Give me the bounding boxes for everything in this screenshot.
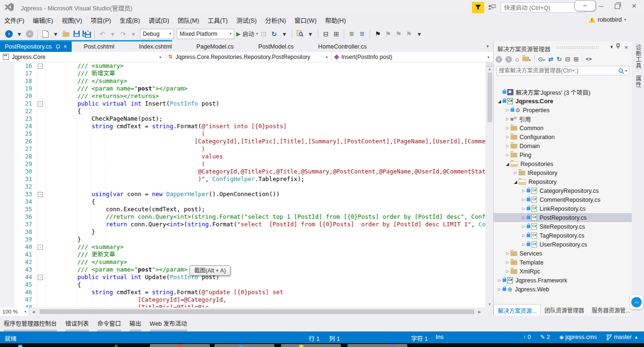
refresh-button[interactable]: ↻	[557, 56, 562, 63]
collapsed-arrow-icon[interactable]: ▷	[504, 117, 511, 121]
properties-copy-button[interactable]: ⊞	[574, 56, 579, 63]
project-dropdown[interactable]: Jqpress.Core	[0, 52, 165, 62]
collapsed-arrow-icon[interactable]: ▷	[520, 189, 527, 193]
scroll-left-arrow[interactable]: ◀	[32, 310, 35, 314]
menu-item-10[interactable]: 窗口(W)	[290, 16, 321, 25]
tree-item-引用[interactable]: ▷引用	[494, 115, 632, 124]
redo-button[interactable]: ↷	[118, 28, 128, 40]
tab-diagnostic-tools[interactable]: 诊断工具	[634, 44, 642, 69]
menu-item-2[interactable]: 视图(V)	[58, 16, 86, 25]
tree-item-Repository[interactable]: ◢Repository	[494, 177, 632, 186]
git-pending-changes[interactable]: ✎ 2	[540, 334, 550, 340]
tree-item-XmlRpc[interactable]: ▷XmlRpc	[494, 267, 632, 276]
home-button[interactable]: ⌂	[515, 56, 519, 63]
solution-config-combobox[interactable]: Debug▾	[140, 29, 174, 39]
screenshot-tooltip[interactable]: 截图(Alt + A)	[190, 265, 231, 276]
search-options-dropdown[interactable]: ▾	[625, 69, 627, 73]
filter-button[interactable]	[472, 2, 484, 13]
tree-item-LinkRepository.cs[interactable]: ▷C#LinkRepository.cs	[494, 204, 632, 213]
menu-item-8[interactable]: 测试(S)	[232, 16, 261, 25]
attach-process-button[interactable]: ⊡	[259, 28, 268, 40]
bottom-tab-2[interactable]: 命令窗口	[98, 316, 121, 331]
bottom-tab-3[interactable]: 输出	[130, 316, 141, 331]
solution-search-box[interactable]: ▾	[496, 66, 629, 75]
tab-well-dropdown[interactable]: ▾	[487, 44, 489, 49]
refresh-button[interactable]: ↻	[269, 28, 279, 40]
fold-collapse-box[interactable]: -	[38, 245, 43, 250]
tree-item-Repositories[interactable]: ◢Repositories	[494, 159, 632, 168]
toolbar-overflow-dropdown[interactable]: ▾	[305, 28, 315, 40]
view-code-button[interactable]: <>	[586, 56, 592, 62]
forward-button[interactable]: ›	[505, 55, 512, 63]
redo-dropdown[interactable]: ▾	[129, 28, 138, 40]
navigate-forward-button[interactable]: ›	[25, 28, 34, 40]
tab-properties[interactable]: 属性	[634, 75, 642, 88]
tree-item-SiteRepository.cs[interactable]: ▷C#SiteRepository.cs	[494, 222, 632, 231]
tree-item-Domain[interactable]: ▷Domain	[494, 141, 632, 150]
bookmark-button[interactable]: ⚑	[373, 28, 382, 40]
editor-vertical-scrollbar[interactable]: ▲ ▼	[486, 62, 493, 307]
prev-bookmark-button[interactable]: ⚑	[383, 28, 393, 40]
document-tab-PageModel.cs[interactable]: PageModel.cs	[184, 41, 246, 52]
tree-item-PostRepository.cs[interactable]: ▷C#PostRepository.cs	[494, 213, 632, 222]
navigate-back-button[interactable]: ‹	[4, 28, 14, 40]
close-icon[interactable]: ×	[64, 44, 67, 50]
se-bottom-tab-1[interactable]: 团队资源管理器	[541, 304, 588, 315]
feedback-icon[interactable]	[487, 4, 496, 11]
collapsed-arrow-icon[interactable]: ▷	[520, 198, 527, 202]
pending-changes-filter-button[interactable]: ⊙▾	[538, 56, 545, 63]
close-button[interactable]: ×	[626, 0, 642, 12]
menu-item-3[interactable]: 项目(P)	[86, 16, 115, 25]
undo-button[interactable]: ↶	[98, 28, 107, 40]
fold-collapse-box[interactable]: -	[38, 275, 43, 280]
tree-item-Configuration[interactable]: ▷Configuration	[494, 132, 632, 141]
tree-item-Common[interactable]: ▷Common	[494, 124, 632, 132]
fold-collapse-box[interactable]: -	[38, 64, 43, 69]
undo-dropdown[interactable]: ▾	[108, 28, 117, 40]
collapsed-arrow-icon[interactable]: ▷	[504, 269, 511, 273]
tree-item-Jqpress.Core[interactable]: ◢C#Jqpress.Core	[494, 97, 632, 106]
open-file-button[interactable]	[61, 28, 71, 40]
solution-search-input[interactable]	[497, 67, 618, 74]
navigate-back-dropdown[interactable]: ▾	[15, 28, 24, 40]
document-tab-PostModel.cs[interactable]: PostModel.cs	[246, 41, 306, 52]
bookmark-dropdown[interactable]: ▾	[414, 28, 424, 40]
document-tab-HomeController.cs[interactable]: HomeController.cs	[306, 41, 379, 52]
search-icon[interactable]	[618, 68, 624, 74]
bottom-tab-1[interactable]: 错误列表	[66, 316, 89, 331]
collapsed-arrow-icon[interactable]: ▷	[504, 251, 511, 256]
collapsed-arrow-icon[interactable]: ▷	[512, 171, 519, 175]
collapsed-arrow-icon[interactable]: ▷	[504, 153, 511, 157]
menu-item-5[interactable]: 调试(D)	[144, 16, 173, 25]
save-all-button[interactable]	[82, 28, 91, 40]
scrollbar-splitter[interactable]	[486, 62, 493, 67]
collapsed-arrow-icon[interactable]: ▷	[504, 135, 511, 139]
collapsed-arrow-icon[interactable]: ▷	[520, 215, 527, 220]
expanded-arrow-icon[interactable]: ◢	[512, 180, 519, 184]
refresh-dropdown[interactable]: ▾	[280, 28, 289, 40]
zoom-combobox[interactable]: 100 %▾	[0, 307, 29, 316]
tree-item-CategoryRepository.cs[interactable]: ▷C#CategoryRepository.cs	[494, 186, 632, 195]
tree-item-Jqpress.Web[interactable]: ▷⊕Jqpress.Web	[494, 285, 632, 294]
collapsed-arrow-icon[interactable]: ▷	[504, 144, 511, 148]
horizontal-scroll-thumb[interactable]	[40, 309, 474, 314]
quick-launch-input[interactable]	[503, 3, 574, 13]
expand-outline-button[interactable]: ⊞	[331, 28, 341, 40]
collapsed-arrow-icon[interactable]: ▷	[496, 278, 503, 282]
scroll-up-arrow[interactable]: ▲	[486, 67, 493, 71]
menu-item-4[interactable]: 生成(B)	[116, 16, 144, 25]
pin-icon[interactable]	[56, 44, 60, 50]
git-repository[interactable]: ◈ jqpress.cms	[559, 334, 596, 340]
panel-drag-grip[interactable]	[556, 46, 599, 49]
git-branch[interactable]: master ▲	[606, 334, 638, 340]
collapsed-arrow-icon[interactable]: ▷	[504, 260, 511, 264]
account-widget[interactable]: robotbird ▾	[589, 16, 626, 23]
vertical-scroll-thumb[interactable]	[487, 73, 492, 122]
panel-menu-dropdown[interactable]: ▾	[610, 44, 613, 50]
collapsed-arrow-icon[interactable]: ▷	[520, 242, 527, 247]
tree-item-CommentRepository.cs[interactable]: ▷C#CommentRepository.cs	[494, 195, 632, 204]
tree-item-TagRepository.cs[interactable]: ▷C#TagRepository.cs	[494, 231, 632, 240]
collapsed-arrow-icon[interactable]: ▷	[520, 207, 527, 211]
type-dropdown[interactable]: ⇅ Jqpress.Core.Repositories.Repository.P…	[165, 52, 331, 62]
new-file-dropdown[interactable]: ▾	[51, 28, 60, 40]
